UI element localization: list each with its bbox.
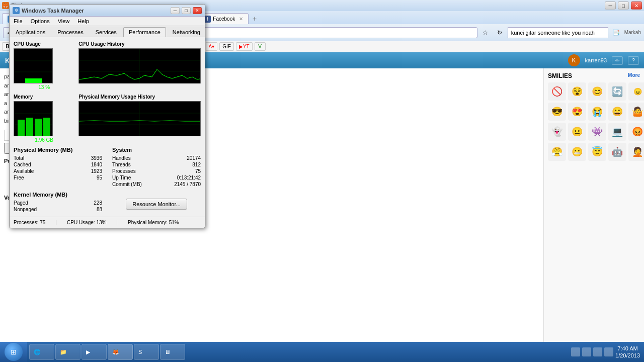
system-stats: System Handles 20174 Threads 812 Process… [112,147,201,188]
smiley-8[interactable]: 😭 [588,103,606,121]
font-color-btn[interactable]: A▾ [206,42,218,51]
menu-options[interactable]: Options [27,17,54,26]
smiley-10[interactable]: 🤷 [628,103,644,121]
memory-value: 1.96 GB [14,137,74,143]
taskbar-app2[interactable]: 🖥 [160,344,185,360]
video-btn[interactable]: V [255,42,266,51]
free-row: Free 95 [14,174,102,181]
threads-label: Threads [112,162,131,167]
help-btn[interactable]: ? [628,56,639,65]
browser-close[interactable]: ✕ [631,2,642,10]
clock-date: 1/20/2013 [615,352,640,359]
menu-view[interactable]: View [54,17,74,26]
smiley-6[interactable]: 😎 [548,103,566,121]
smiley-2[interactable]: 😵 [568,82,586,101]
tab-3-close[interactable]: ✕ [239,16,243,22]
start-button[interactable]: ⊞ [0,342,27,362]
new-tab-button[interactable]: + [249,13,260,24]
total-label: Total [14,155,24,161]
font-size-btn[interactable]: GIF [219,42,234,51]
tray-icon-2 [582,347,591,356]
graphs-row: CPU Usage 13 % CPU Usage History [14,41,201,90]
taskbar: ⊞ 🌐 📁 ▶ 🦊 S 🖥 7:40 AM 1/20/2013 [0,342,644,362]
free-value: 95 [97,175,102,180]
smiley-12[interactable]: 😐 [568,123,586,141]
sep-2: | [116,220,118,225]
star-button[interactable]: ☆ [479,27,492,38]
firefox-icon: 🦊 [112,349,119,355]
bookmark-icon[interactable]: 📑 [610,27,622,38]
start-orb: ⊞ [5,343,23,361]
tab-performance[interactable]: Performance [123,27,166,37]
taskbar-explorer[interactable]: 📁 [55,344,80,360]
smilies-more[interactable]: More [628,72,640,79]
yt-btn[interactable]: ▶YT [236,42,253,51]
tab-networking[interactable]: Networking [167,27,205,37]
smiley-18[interactable]: 😇 [588,143,606,161]
taskbar-app1[interactable]: S [134,344,159,360]
taskman-content: CPU Usage 13 % CPU Usage History [10,37,205,217]
ie-icon: 🌐 [34,349,41,355]
tab-3[interactable]: f Facebook ✕ [198,13,249,24]
taskbar-clock: 7:40 AM 1/20/2013 [615,345,640,359]
taskman-statusbar: Processes: 75 | CPU Usage: 13% | Physica… [10,217,205,228]
smiley-14[interactable]: 💻 [608,123,626,141]
tab-services[interactable]: Services [90,27,122,37]
browser-maximize[interactable]: □ [618,2,629,10]
taskman-icon: ⚙ [13,7,20,14]
smiley-11[interactable]: 👻 [548,123,566,141]
taskman-close[interactable]: ✕ [193,7,202,14]
physical-memory-stats: Physical Memory (MB) Total 3936 Cached 1… [14,147,102,188]
resource-monitor-btn[interactable]: Resource Monitor... [126,199,187,210]
smiley-17[interactable]: 😬 [568,143,586,161]
resource-monitor-section: Resource Monitor... [112,192,201,210]
menu-file[interactable]: File [10,17,27,26]
refresh-check[interactable]: ↻ [494,27,506,38]
available-value: 1923 [91,168,102,174]
cpu-history-graph [78,48,201,83]
smiley-13[interactable]: 👾 [588,123,606,141]
memory-graph [14,101,53,136]
svg-rect-14 [43,118,50,136]
cached-row: Cached 1840 [14,161,102,168]
taskbar-firefox[interactable]: 🦊 [108,344,133,360]
smiley-15[interactable]: 😡 [628,123,644,141]
available-label: Available [14,168,34,174]
smiley-5[interactable]: 😠 [628,82,644,101]
smiley-4[interactable]: 🔄 [608,82,626,101]
taskman-minimize[interactable]: ─ [171,7,180,14]
smiley-3[interactable]: 😊 [588,82,606,101]
cpu-history-label: CPU Usage History [78,41,201,47]
tab-applications[interactable]: Applications [10,27,51,37]
browser-icon: 🦊 [2,2,9,9]
windows-logo: ⊞ [11,348,17,356]
tray-icon-4 [604,347,613,356]
system-title: System [112,147,201,153]
smiley-9[interactable]: 😀 [608,103,626,121]
smiley-20[interactable]: 🤦 [628,143,644,161]
smiley-1[interactable]: 🚫 [548,82,566,101]
menu-help[interactable]: Help [73,17,93,26]
free-label: Free [14,175,24,180]
taskbar-ie[interactable]: 🌐 [29,344,54,360]
browser-minimize[interactable]: ─ [605,2,616,10]
svg-rect-3 [25,78,42,83]
taskman-maximize[interactable]: □ [182,7,191,14]
edit-profile-btn[interactable]: ✏ [612,56,623,65]
smilies-section: SMILIES More [548,72,640,79]
status-cpu: CPU Usage: 13% [67,220,106,225]
smiley-16[interactable]: 😤 [548,143,566,161]
memory-section: Memory 1.96 GB [14,94,74,143]
tab-3-label: Facebook [213,16,235,22]
app1-icon: S [138,349,142,355]
kernel-memory-stats: Kernel Memory (MB) Paged 228 Nonpaged 88 [14,192,102,213]
smiley-19[interactable]: 🤖 [608,143,626,161]
smiley-7[interactable]: 😍 [568,103,586,121]
search-input[interactable] [508,27,608,38]
smilies-grid: 🚫 😵 😊 🔄 😠 😎 😍 😭 😀 🤷 👻 😐 👾 💻 [548,82,640,161]
physical-memory-history-section: Physical Memory Usage History [78,94,201,143]
cpu-label: CPU Usage [14,41,74,47]
uptime-value: 0:13:21:42 [177,175,201,180]
taskbar-media[interactable]: ▶ [82,344,107,360]
tab-processes[interactable]: Processes [52,27,89,37]
